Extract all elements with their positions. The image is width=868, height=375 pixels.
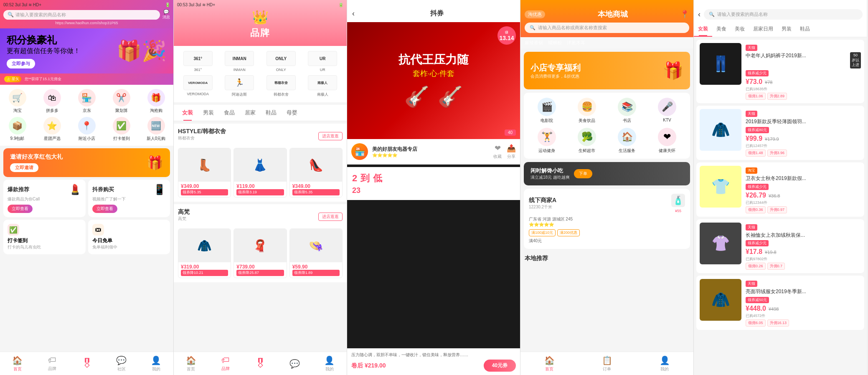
service-food[interactable]: 🍔 美食饮品: [569, 98, 605, 124]
action-collect[interactable]: ❤ 收藏: [493, 144, 502, 160]
big-price: 2: [352, 173, 357, 184]
service-health[interactable]: ❤ 健康关怀: [649, 128, 685, 154]
nav-mine[interactable]: 👤 我的: [139, 355, 173, 372]
brand-inman[interactable]: INMAN INMAN: [221, 51, 259, 72]
tab5-jujia[interactable]: 居家日用: [749, 22, 777, 37]
nav4-home[interactable]: 🏠 首页: [520, 355, 578, 372]
section-btn-1[interactable]: 立即查看: [92, 205, 117, 213]
nav-daka[interactable]: ✅ 打卡签到: [104, 117, 139, 142]
nav2-home[interactable]: 🏠 首页: [174, 355, 208, 372]
nav-jingdong[interactable]: 🏪 京东: [69, 89, 104, 114]
section-btn-0[interactable]: 立即查看: [8, 205, 33, 213]
video-text: 抗代王压力随: [398, 53, 469, 67]
list-item[interactable]: 👖 天猫 中老年人妈妈裤子2019新... 50岁以上进 领券减少元 ¥73.0…: [696, 40, 864, 103]
earn-text: 您**获得了15.1元佣金: [25, 76, 169, 82]
nav2-brand[interactable]: 🏷 品牌: [208, 355, 243, 372]
tab-shipin[interactable]: 食品: [219, 105, 240, 121]
bottom-bar-3: 压力随心调，双胆不串味，一键收汁，锁住美味，释放营养…… 卷后 ¥219.00 …: [347, 348, 520, 375]
brand-veromoda[interactable]: VEROMODA VEROMODA: [179, 75, 217, 97]
tab-muying[interactable]: 母婴: [282, 105, 302, 121]
cat-yangcong[interactable]: 洋葱木耳: [567, 40, 585, 46]
tab-nanzhuang[interactable]: 男装: [198, 105, 219, 121]
tab5-xiepin[interactable]: 鞋品: [796, 22, 814, 37]
phone-3: ‹ 抖券 抗代王压力随 套柞·心·件套 🎸 🎸 赚 13.14 40 🏪 美的好…: [347, 0, 520, 375]
brand-ur[interactable]: UR UR: [304, 51, 342, 72]
service-cinema[interactable]: 🎬 电影院: [529, 98, 565, 124]
tab5-meizhuang[interactable]: 美妆: [731, 22, 749, 37]
tab-xiepin[interactable]: 鞋品: [261, 105, 282, 121]
list-item[interactable]: 👕 淘宝 卫衣女士秋冬2019新款假... 领券减少元 ¥26.79 ¥36.8…: [696, 162, 864, 217]
service-gym[interactable]: 🏋 运动健身: [529, 128, 565, 154]
cat-luosifen[interactable]: 螺蛳粉: [548, 40, 562, 46]
search-box-4[interactable]: 🔍 请输入商品名称或商家名称查搜索: [525, 23, 689, 33]
nav4-mine[interactable]: 👤 我的: [636, 355, 693, 372]
store-hstyle: HSTYLE/韩都衣舍 韩都衣舍 进店逛逛 👢 ¥349.00 领券降5.35 …: [174, 124, 347, 202]
nav-brand[interactable]: 🏷 品牌: [35, 355, 69, 372]
list-item[interactable]: 👚 天猫 长袖恤女上衣加绒秋装保... 领券减少元 ¥17.8 ¥19.8 已购…: [696, 219, 864, 274]
nav-home[interactable]: 🏠 首页: [0, 355, 35, 372]
nav-baoyou[interactable]: 📦 9.9包邮: [0, 117, 35, 142]
promo-icon: 🎁: [147, 155, 163, 171]
brand-adidas[interactable]: 🏃 阿迪达斯: [221, 75, 259, 97]
nav-community[interactable]: 💬 社区: [104, 355, 139, 372]
store-tag-0[interactable]: 进店逛逛: [318, 132, 343, 140]
store-tag-1[interactable]: 进店逛逛: [318, 213, 343, 221]
tab5-meishi[interactable]: 美食: [712, 22, 731, 37]
banner-btn[interactable]: 立即参与: [7, 59, 35, 68]
msg-btn[interactable]: 💬 消息: [162, 9, 170, 20]
service-life[interactable]: 🏠 生活服务: [609, 128, 645, 154]
bottom-nav-1: 🏠 首页 🏷 品牌 🎖 💬 社区 👤 我的: [0, 352, 173, 375]
service-bookstore[interactable]: 📚 书店: [609, 98, 645, 124]
phone-1: 00:52 3ul 3ul ≋ HD+ 🔋 🔍 请输入要搜索的商品名称 💬 消息…: [0, 0, 173, 375]
product-0-1[interactable]: 👗 ¥119.00 领券降3.19: [233, 148, 287, 198]
video-sub: 套柞·心·件套: [398, 68, 469, 79]
bottom-desc: 压力随心调，双胆不串味，一键收汁，锁住美味，释放营养……: [351, 352, 516, 358]
dk-header: ‹ 抖券: [347, 0, 520, 22]
store-info: 🏪 美的好朋友电器专店 ⭐⭐⭐⭐⭐ ❤ 收藏 📤 分享: [347, 139, 520, 165]
coupon-btn[interactable]: 40元券: [484, 360, 516, 372]
back-btn-5[interactable]: ‹: [698, 10, 700, 19]
coupon-badge: 赚 13.14: [497, 26, 516, 45]
back-btn-3[interactable]: ‹: [352, 9, 355, 18]
nav2-mine[interactable]: 👤 我的: [312, 355, 347, 372]
brand-only[interactable]: ONLY ONLY: [262, 51, 300, 72]
url-bar: https://www.haolhun.com/ishop31P65: [3, 21, 170, 25]
list-item[interactable]: 🧥 天猫 亮面羽绒服女2019冬季新... 领券减50元 ¥448.0 ¥498…: [696, 276, 864, 330]
tab5-nanzhuang[interactable]: 男装: [777, 22, 796, 37]
tab-nvzhuang[interactable]: 女装: [177, 105, 198, 121]
service-fresh[interactable]: 🥦 生鲜超市: [569, 128, 605, 154]
nav-taoqianggou[interactable]: 🎁 淘抢购: [139, 89, 173, 114]
tab-jujia[interactable]: 居家: [240, 105, 261, 121]
food-btn[interactable]: 下单: [574, 169, 592, 178]
cat-tabs-5: 女装 美食 美妆 居家日用 男装 鞋品: [694, 22, 867, 37]
phone-5: ‹ 🔍 请输入要搜索的商品名称 女装 美食 美妆 居家日用 男装 鞋品 👖 天猫…: [693, 0, 867, 375]
search-box-5[interactable]: 🔍 请输入要搜索的商品名称: [704, 9, 863, 20]
banner-decoration: 🎁🎉: [117, 39, 167, 63]
nav-juhuasuan[interactable]: ✂️ 聚划算: [104, 89, 139, 114]
nav2-center[interactable]: 🎖: [243, 357, 278, 370]
product-1-1[interactable]: 🧣 ¥739.00 领券降25.87: [233, 228, 287, 278]
tab5-nvzhuang[interactable]: 女装: [694, 22, 712, 37]
product-1-0[interactable]: 🧥 ¥319.00 领券降10.21: [178, 228, 231, 278]
list-item[interactable]: 🧥 天猫 2019新款反季轻薄圆领羽... 领券减80元 ¥99.9 ¥179.…: [696, 106, 864, 160]
action-share[interactable]: 📤 分享: [507, 144, 516, 160]
nav-pinduoduo[interactable]: 🛍 拼多多: [35, 89, 69, 114]
nav-xingtuan[interactable]: ⭐ 星团严选: [35, 117, 69, 142]
product-1-2[interactable]: 👒 ¥59.90 领券降1.89: [289, 228, 343, 278]
service-ktv[interactable]: 🎤 KTV: [649, 98, 685, 124]
promo-main: 小店专享福利: [530, 62, 581, 73]
nav2-comm[interactable]: 💬: [277, 359, 312, 369]
nav-fujin[interactable]: 📍 附近小店: [69, 117, 104, 142]
nav-xinren[interactable]: 🆕 新人0元购: [139, 117, 173, 142]
product-0-0[interactable]: 👢 ¥349.00 领券降5.35: [178, 148, 231, 198]
nav-taobao[interactable]: 🛒 淘宝: [0, 89, 35, 114]
promo-btn[interactable]: 立即邀请: [10, 163, 38, 172]
nav4-order[interactable]: 📋 订单: [578, 355, 636, 372]
nav-center[interactable]: 🎖: [69, 357, 104, 370]
cat-malaxiangguo[interactable]: 麻辣香锅: [525, 40, 543, 46]
brand-handuyishe[interactable]: 韩都衣舍 韩都衣舍: [262, 75, 300, 97]
brand-361[interactable]: 361° 361°: [179, 51, 217, 72]
brand-nanjiren[interactable]: 南极人 南极人: [304, 75, 342, 97]
product-0-2[interactable]: 👠 ¥349.00 领券降5.35: [289, 148, 343, 198]
search-box-1[interactable]: 🔍 请输入要搜索的商品名称: [3, 10, 160, 20]
